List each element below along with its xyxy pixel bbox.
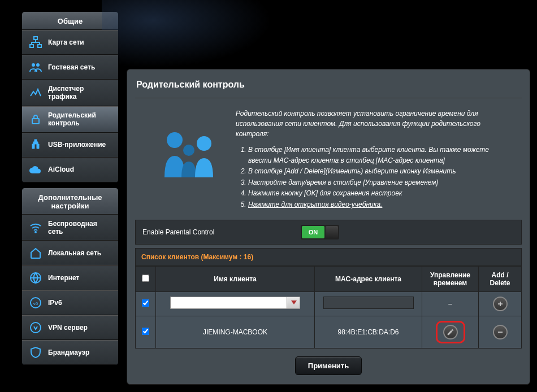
sidebar-item-label: IPv6 [48,299,62,307]
add-button[interactable] [493,297,508,311]
main-content: Родительский контроль Родительский контр… [127,69,530,385]
parental-icon [28,112,44,126]
sidebar-advanced-group: Дополнительные настройки Беспроводная се… [21,188,119,366]
sidebar-item-wireless[interactable]: Беспроводная сеть [22,215,118,241]
sidebar-item-usb-app[interactable]: USB-приложение [22,133,118,158]
cloud-icon [28,163,44,177]
firewall-icon [28,346,44,359]
enable-parental-row: Enable Parental Control ON [135,220,522,245]
sidebar-item-aicloud[interactable]: AiCloud [22,158,118,182]
svg-point-6 [35,232,36,233]
svg-point-12 [183,145,194,156]
globe-icon [28,271,44,285]
header-mac: MAC-адрес клиента [315,266,422,291]
usb-icon [28,138,44,152]
sidebar-item-vpn[interactable]: VPN сервер [22,315,118,340]
svg-rect-5 [32,119,39,124]
instruction-step: В столбце [Имя клиента] клиента выберите… [248,145,513,165]
sidebar-item-label: AiCloud [48,165,74,173]
client-name-select[interactable] [170,297,300,309]
svg-rect-1 [30,45,33,47]
svg-rect-2 [38,45,41,47]
sidebar-item-lan[interactable]: Локальная сеть [22,241,118,265]
intro-section: Родительский контроль позволяет установи… [135,98,522,220]
mac-cell: 98:4B:E1:CB:DA:D6 [315,316,422,348]
vpn-icon [28,321,44,334]
row-checkbox[interactable] [142,328,149,335]
sidebar-item-label: Локальная сеть [48,249,101,257]
header-time: Управление временем [422,266,479,291]
instruction-list: В столбце [Имя клиента] клиента выберите… [236,145,513,210]
toggle-on-label: ON [302,226,324,238]
sidebar-item-label: Беспроводная сеть [48,220,112,236]
apply-row: Применить [135,349,522,375]
apply-button[interactable]: Применить [295,356,362,375]
header-client-name: Имя клиента [156,266,315,291]
instruction-step: Нажмите для открытия видео-учебника. [248,199,513,210]
sidebar-advanced-header: Дополнительные настройки [22,188,118,215]
svg-point-3 [32,63,35,67]
sidebar-general-header: Общие [22,12,118,30]
header-action: Add / Delete [479,266,522,291]
sidebar-item-network-map[interactable]: Карта сети [22,30,118,55]
network-map-icon [28,36,44,49]
toggle-knob [326,226,338,238]
sidebar-item-label: Интернет [48,274,79,282]
clients-table-title: Список клиентов (Maксимум : 16) [135,248,522,266]
sidebar-item-label: Брандмауэр [48,349,89,356]
enable-parental-label: Enable Parental Control [142,228,301,236]
sidebar-item-label: Гостевая сеть [48,63,95,71]
svg-point-13 [197,136,211,151]
sidebar-item-internet[interactable]: Интернет [22,265,118,290]
svg-rect-0 [34,37,37,40]
time-cell: – [422,291,479,316]
video-tutorial-link[interactable]: Нажмите для открытия видео-учебника. [248,201,382,208]
instruction-step: В столбце [Add / Delete](Изменить) выбер… [248,166,513,177]
header-checkbox [136,266,156,291]
sidebar-item-label: VPN сервер [48,324,88,332]
clients-table: Имя клиента MAC-адрес клиента Управление… [135,266,522,349]
sidebar: Общие Карта сети Гостевая сеть Диспетчер… [21,11,119,385]
mac-input[interactable] [323,297,414,309]
family-icon [158,108,220,211]
sidebar-item-label: USB-приложение [48,141,106,149]
page-title: Родительский контроль [135,75,522,98]
sidebar-item-label: Диспетчер трафика [48,85,112,101]
row-checkbox[interactable] [142,299,149,307]
instruction-step: Настройте дату/время в столбце [Управлен… [248,177,513,188]
edit-time-button[interactable] [443,325,458,339]
svg-text:v6: v6 [33,301,38,306]
svg-point-4 [36,63,40,67]
delete-button[interactable] [493,325,508,339]
sidebar-item-ipv6[interactable]: v6 IPv6 [22,290,118,315]
sidebar-item-guest-network[interactable]: Гостевая сеть [22,55,118,80]
edit-highlight [436,321,465,343]
sidebar-item-label: Родительский контроль [48,111,112,128]
sidebar-item-label: Карта сети [48,38,84,46]
sidebar-item-parental-control[interactable]: Родительский контроль [22,106,118,133]
guest-icon [28,60,44,74]
dropdown-arrow-icon [291,300,297,304]
select-all-checkbox[interactable] [142,275,149,282]
instruction-step: Нажмите кнопку [OK] для сохранения настр… [248,188,513,199]
wifi-icon [28,221,44,234]
table-row: JIEMING-MACBOOK 98:4B:E1:CB:DA:D6 [136,316,522,348]
lan-icon [28,246,44,260]
svg-point-10 [31,323,41,333]
sidebar-item-traffic-manager[interactable]: Диспетчер трафика [22,80,118,106]
table-row: – [136,291,522,316]
svg-point-11 [167,132,183,148]
intro-description: Родительский контроль позволяет установи… [236,108,513,139]
enable-parental-toggle[interactable]: ON [301,225,339,239]
client-name-cell: JIEMING-MACBOOK [156,316,315,348]
sidebar-general-group: Общие Карта сети Гостевая сеть Диспетчер… [21,11,119,183]
sidebar-item-firewall[interactable]: Брандмауэр [22,340,118,365]
traffic-icon [28,86,44,99]
ipv6-icon: v6 [28,296,44,310]
